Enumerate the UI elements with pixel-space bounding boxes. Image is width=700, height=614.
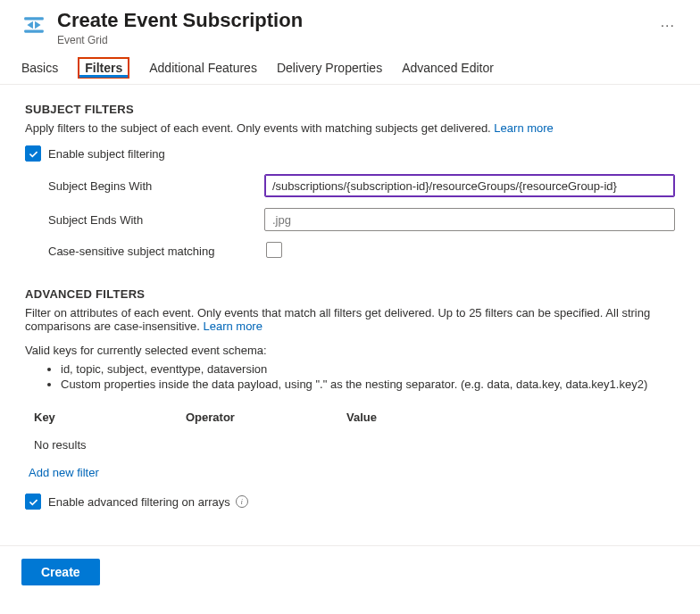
subject-ends-with-label: Subject Ends With [25,213,264,227]
tab-filters[interactable]: Filters [78,57,129,79]
subject-ends-with-input[interactable] [264,208,675,231]
column-value: Value [346,411,675,424]
enable-subject-filtering-checkbox[interactable] [25,145,41,162]
filters-table-header: Key Operator Value [25,405,675,429]
subject-filters-learn-more-link[interactable]: Learn more [494,121,553,135]
tab-additional-features[interactable]: Additional Features [149,61,257,84]
svg-rect-0 [24,17,44,20]
case-sensitive-label: Case-sensitive subject matching [25,245,266,258]
subject-filters-heading: SUBJECT FILTERS [25,103,675,116]
enable-array-filtering-checkbox[interactable] [25,494,41,510]
case-sensitive-checkbox[interactable] [266,242,282,258]
info-icon[interactable]: i [236,495,248,508]
more-icon[interactable]: ··· [657,14,679,37]
svg-rect-1 [24,29,44,32]
column-key: Key [25,411,186,424]
filters-no-results: No results [25,429,675,464]
valid-keys-intro: Valid keys for currently selected event … [25,344,675,357]
valid-keys-bullet: Custom properties inside the data payloa… [61,378,675,391]
subject-filters-description: Apply filters to the subject of each eve… [25,121,675,135]
tab-basics[interactable]: Basics [21,61,58,84]
enable-subject-filtering-label: Enable subject filtering [48,147,165,161]
advanced-filters-heading: ADVANCED FILTERS [25,287,675,301]
tab-bar: Basics Filters Additional Features Deliv… [0,46,700,85]
tab-delivery-properties[interactable]: Delivery Properties [277,61,382,84]
advanced-filters-learn-more-link[interactable]: Learn more [203,319,262,333]
advanced-filters-description: Filter on attributes of each event. Only… [25,306,675,333]
column-operator: Operator [186,411,346,424]
create-button[interactable]: Create [21,559,100,585]
add-new-filter-link[interactable]: Add new filter [25,464,99,494]
subject-begins-with-label: Subject Begins With [25,179,264,193]
tab-advanced-editor[interactable]: Advanced Editor [402,61,494,84]
event-grid-icon [21,12,46,37]
page-subtitle: Event Grid [57,34,639,46]
valid-keys-bullet: id, topic, subject, eventtype, dataversi… [61,362,675,376]
valid-keys-list: id, topic, subject, eventtype, dataversi… [25,362,675,391]
enable-array-filtering-label: Enable advanced filtering on arrays [48,495,230,509]
page-title: Create Event Subscription [57,9,639,32]
subject-begins-with-input[interactable] [264,174,675,197]
